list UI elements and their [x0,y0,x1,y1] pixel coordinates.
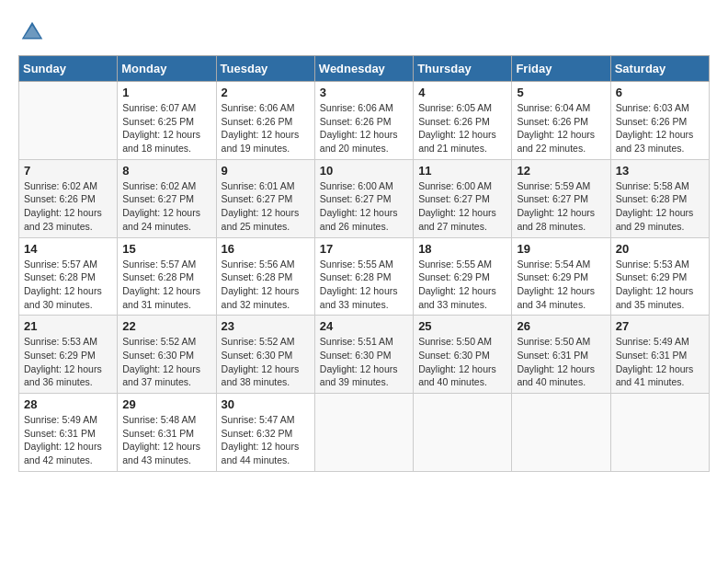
day-detail: Sunrise: 5:52 AMSunset: 6:30 PMDaylight:… [222,335,310,389]
day-detail: Sunrise: 6:03 AMSunset: 6:26 PMDaylight:… [616,101,704,155]
day-number: 7 [24,164,112,178]
day-detail: Sunrise: 6:04 AMSunset: 6:26 PMDaylight:… [517,101,605,155]
calendar-cell: 23Sunrise: 5:52 AMSunset: 6:30 PMDayligh… [216,316,314,394]
calendar-cell: 27Sunrise: 5:49 AMSunset: 6:31 PMDayligh… [610,316,709,394]
day-detail: Sunrise: 6:07 AMSunset: 6:25 PMDaylight:… [122,101,210,155]
calendar-cell: 16Sunrise: 5:56 AMSunset: 6:28 PMDayligh… [216,237,314,316]
calendar-cell: 17Sunrise: 5:55 AMSunset: 6:28 PMDayligh… [314,237,413,316]
logo [18,18,50,46]
day-number: 14 [24,242,112,256]
calendar-cell: 10Sunrise: 6:00 AMSunset: 6:27 PMDayligh… [314,159,413,237]
day-number: 22 [122,319,210,333]
day-detail: Sunrise: 5:57 AMSunset: 6:28 PMDaylight:… [122,258,210,312]
calendar-cell: 12Sunrise: 5:59 AMSunset: 6:27 PMDayligh… [512,159,610,237]
day-number: 28 [24,397,112,411]
calendar-cell: 8Sunrise: 6:02 AMSunset: 6:27 PMDaylight… [118,159,216,237]
day-detail: Sunrise: 6:06 AMSunset: 6:26 PMDaylight:… [320,101,408,155]
day-number: 5 [517,86,605,99]
day-detail: Sunrise: 5:57 AMSunset: 6:28 PMDaylight:… [24,258,112,312]
day-detail: Sunrise: 5:53 AMSunset: 6:29 PMDaylight:… [24,335,112,389]
day-detail: Sunrise: 5:51 AMSunset: 6:30 PMDaylight:… [320,335,408,389]
calendar-cell: 19Sunrise: 5:54 AMSunset: 6:29 PMDayligh… [512,237,610,316]
day-number: 18 [418,242,506,256]
day-detail: Sunrise: 5:49 AMSunset: 6:31 PMDaylight:… [616,335,704,389]
day-number: 2 [222,86,310,99]
day-number: 24 [320,319,408,333]
day-number: 23 [222,319,310,333]
day-number: 26 [517,319,605,333]
day-number: 1 [122,86,210,99]
day-detail: Sunrise: 5:53 AMSunset: 6:29 PMDaylight:… [616,258,704,312]
day-detail: Sunrise: 6:02 AMSunset: 6:27 PMDaylight:… [122,179,210,234]
day-number: 11 [418,164,506,178]
calendar-cell: 7Sunrise: 6:02 AMSunset: 6:26 PMDaylight… [19,159,118,237]
calendar-cell: 11Sunrise: 6:00 AMSunset: 6:27 PMDayligh… [414,159,512,237]
day-number: 16 [222,242,310,256]
calendar-cell: 9Sunrise: 6:01 AMSunset: 6:27 PMDaylight… [216,159,314,237]
calendar-cell: 1Sunrise: 6:07 AMSunset: 6:25 PMDaylight… [118,82,216,160]
calendar-cell: 21Sunrise: 5:53 AMSunset: 6:29 PMDayligh… [19,316,118,394]
day-detail: Sunrise: 5:56 AMSunset: 6:28 PMDaylight:… [222,258,310,312]
calendar-cell [314,394,413,472]
calendar-cell: 24Sunrise: 5:51 AMSunset: 6:30 PMDayligh… [314,316,413,394]
day-detail: Sunrise: 6:01 AMSunset: 6:27 PMDaylight:… [222,179,310,234]
calendar-cell: 29Sunrise: 5:48 AMSunset: 6:31 PMDayligh… [118,394,216,472]
calendar-cell: 25Sunrise: 5:50 AMSunset: 6:30 PMDayligh… [414,316,512,394]
calendar-cell: 30Sunrise: 5:47 AMSunset: 6:32 PMDayligh… [216,394,314,472]
day-number: 10 [320,164,408,178]
day-number: 8 [122,164,210,178]
col-header-monday: Monday [118,56,216,82]
col-header-thursday: Thursday [414,56,512,82]
calendar-cell: 14Sunrise: 5:57 AMSunset: 6:28 PMDayligh… [19,237,118,316]
day-detail: Sunrise: 6:05 AMSunset: 6:26 PMDaylight:… [418,101,506,155]
calendar-cell [610,394,709,472]
calendar-cell [512,394,610,472]
calendar-cell: 22Sunrise: 5:52 AMSunset: 6:30 PMDayligh… [118,316,216,394]
day-detail: Sunrise: 5:50 AMSunset: 6:31 PMDaylight:… [517,335,605,389]
calendar-cell: 3Sunrise: 6:06 AMSunset: 6:26 PMDaylight… [314,82,413,160]
day-detail: Sunrise: 5:55 AMSunset: 6:29 PMDaylight:… [418,258,506,312]
day-number: 13 [616,164,704,178]
day-number: 29 [122,397,210,411]
day-detail: Sunrise: 6:00 AMSunset: 6:27 PMDaylight:… [320,179,408,234]
day-detail: Sunrise: 5:52 AMSunset: 6:30 PMDaylight:… [122,335,210,389]
col-header-sunday: Sunday [19,56,118,82]
col-header-saturday: Saturday [610,56,709,82]
calendar-table: SundayMondayTuesdayWednesdayThursdayFrid… [18,55,710,472]
day-number: 9 [222,164,310,178]
day-number: 3 [320,86,408,99]
calendar-cell: 15Sunrise: 5:57 AMSunset: 6:28 PMDayligh… [118,237,216,316]
day-detail: Sunrise: 5:58 AMSunset: 6:28 PMDaylight:… [616,179,704,234]
day-detail: Sunrise: 6:00 AMSunset: 6:27 PMDaylight:… [418,179,506,234]
day-number: 30 [222,397,310,411]
calendar-cell: 6Sunrise: 6:03 AMSunset: 6:26 PMDaylight… [610,82,709,160]
day-detail: Sunrise: 5:55 AMSunset: 6:28 PMDaylight:… [320,258,408,312]
calendar-cell [414,394,512,472]
calendar-cell: 13Sunrise: 5:58 AMSunset: 6:28 PMDayligh… [610,159,709,237]
calendar-cell: 5Sunrise: 6:04 AMSunset: 6:26 PMDaylight… [512,82,610,160]
day-detail: Sunrise: 6:02 AMSunset: 6:26 PMDaylight:… [24,179,112,234]
day-number: 19 [517,242,605,256]
day-number: 15 [122,242,210,256]
day-detail: Sunrise: 6:06 AMSunset: 6:26 PMDaylight:… [222,101,310,155]
calendar-cell: 2Sunrise: 6:06 AMSunset: 6:26 PMDaylight… [216,82,314,160]
day-detail: Sunrise: 5:49 AMSunset: 6:31 PMDaylight:… [24,413,112,467]
calendar-cell: 28Sunrise: 5:49 AMSunset: 6:31 PMDayligh… [19,394,118,472]
day-number: 4 [418,86,506,99]
col-header-tuesday: Tuesday [216,56,314,82]
day-detail: Sunrise: 5:47 AMSunset: 6:32 PMDaylight:… [222,413,310,467]
calendar-cell: 26Sunrise: 5:50 AMSunset: 6:31 PMDayligh… [512,316,610,394]
day-detail: Sunrise: 5:59 AMSunset: 6:27 PMDaylight:… [517,179,605,234]
calendar-cell: 20Sunrise: 5:53 AMSunset: 6:29 PMDayligh… [610,237,709,316]
col-header-wednesday: Wednesday [314,56,413,82]
day-number: 17 [320,242,408,256]
day-detail: Sunrise: 5:50 AMSunset: 6:30 PMDaylight:… [418,335,506,389]
day-detail: Sunrise: 5:54 AMSunset: 6:29 PMDaylight:… [517,258,605,312]
calendar-cell: 18Sunrise: 5:55 AMSunset: 6:29 PMDayligh… [414,237,512,316]
logo-icon [18,18,46,46]
day-number: 12 [517,164,605,178]
day-number: 27 [616,319,704,333]
day-number: 21 [24,319,112,333]
day-number: 25 [418,319,506,333]
day-number: 6 [616,86,704,99]
